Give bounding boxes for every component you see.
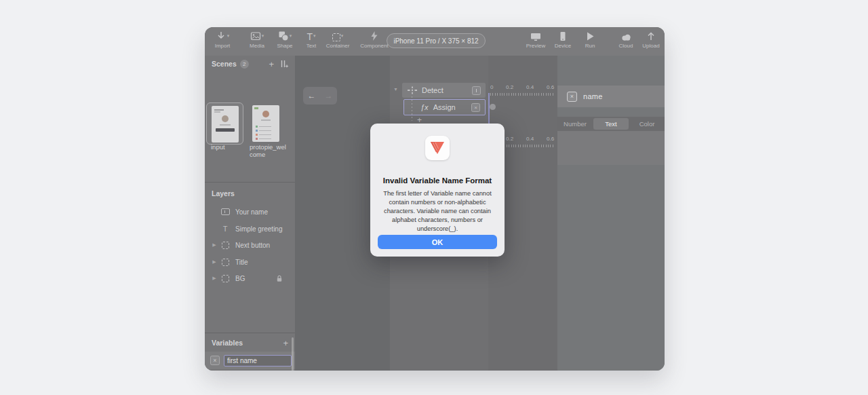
- text-layer-icon: T: [223, 225, 228, 233]
- scenes-count-badge: 2: [240, 60, 249, 69]
- layers-header: Layers: [205, 187, 295, 200]
- upload-icon: [646, 31, 656, 41]
- scenes-header: Scenes 2 +: [205, 58, 295, 70]
- shape-icon: [278, 31, 289, 41]
- assign-keyframe-dot[interactable]: [490, 104, 496, 110]
- layer-row-simple-greeting[interactable]: ▸ T Simple greeting: [205, 221, 295, 237]
- layer-row-title[interactable]: ▶ Title: [205, 254, 295, 270]
- assign-response-row[interactable]: ƒx Assign ×: [403, 99, 486, 115]
- connector-line: [412, 96, 412, 121]
- scene-thumbnail-input[interactable]: [206, 102, 243, 145]
- chevron-down-icon: ▾: [227, 33, 230, 39]
- component-button[interactable]: Component: [359, 31, 390, 49]
- variables-header: Variables +: [205, 337, 295, 349]
- scenes-title: Scenes: [212, 60, 237, 68]
- cloud-icon: [620, 33, 632, 41]
- variable-type-icon: ×: [210, 356, 220, 365]
- layer-row-bg[interactable]: ▶ BG: [205, 270, 295, 286]
- scene-list-view-icon[interactable]: [281, 60, 288, 68]
- text-icon: T: [307, 32, 313, 41]
- variable-name-value[interactable]: name: [583, 92, 603, 100]
- target-layer-badge: [472, 86, 481, 95]
- chevron-down-icon: ▾: [313, 33, 316, 39]
- variable-detail-block: [557, 131, 665, 165]
- scene-label: input: [211, 144, 249, 151]
- layer-row-next-button[interactable]: ▶ Next button: [205, 237, 295, 253]
- ok-button[interactable]: OK: [378, 235, 497, 249]
- run-button[interactable]: Run: [574, 31, 606, 49]
- variable-row[interactable]: ×: [205, 352, 295, 369]
- protopie-logo: [425, 136, 450, 160]
- invalid-variable-dialog: Invalid Variable Name Format The first l…: [370, 124, 505, 257]
- dialog-title: Invalid Variable Name Format: [370, 176, 505, 185]
- media-button[interactable]: ▾ Media: [241, 31, 273, 49]
- dialog-body: The first letter of Variable name cannot…: [378, 189, 497, 233]
- expand-arrow-icon[interactable]: ▶: [210, 242, 218, 248]
- variables-title: Variables: [212, 339, 243, 347]
- add-scene-button[interactable]: +: [269, 60, 274, 69]
- container-button[interactable]: ▾ Container: [322, 31, 353, 49]
- left-panel: Scenes 2 + input: [205, 56, 295, 371]
- divider: [205, 182, 295, 183]
- toolbar: ▾ Import ▾ Media ▾ Shape T▾ Text ▾: [205, 27, 665, 56]
- media-icon: [250, 31, 261, 41]
- device-icon: [557, 31, 568, 41]
- expand-arrow-icon[interactable]: ▶: [210, 276, 218, 281]
- import-button[interactable]: ▾ Import: [207, 31, 238, 49]
- container-icon: [332, 33, 340, 41]
- add-variable-button[interactable]: +: [283, 339, 288, 347]
- import-icon: [216, 31, 226, 41]
- run-icon: [585, 31, 595, 41]
- scene-thumbnail-protopie-welcome[interactable]: [247, 102, 284, 145]
- chevron-down-icon: ▾: [341, 33, 344, 39]
- container-layer-icon: [222, 242, 229, 249]
- component-icon: [369, 31, 380, 41]
- protopie-studio: ▾ Import ▾ Media ▾ Shape T▾ Text ▾: [0, 0, 868, 395]
- upload-button[interactable]: Upload: [635, 31, 665, 49]
- back-arrow-icon[interactable]: ←: [308, 91, 316, 100]
- chevron-down-icon: ▾: [290, 33, 292, 39]
- collapse-arrow-icon[interactable]: ▼: [393, 87, 398, 92]
- tick-marks: [490, 93, 555, 96]
- layers-title: Layers: [212, 189, 235, 198]
- formula-icon: ƒx: [420, 103, 429, 111]
- container-layer-icon: [222, 275, 229, 282]
- variable-name-input[interactable]: [224, 355, 292, 366]
- forward-arrow-icon[interactable]: →: [325, 91, 333, 100]
- left-panel-scrollbar[interactable]: [292, 337, 294, 371]
- inspector-panel: × name Number Text Color 5 Missing Fonts: [557, 56, 665, 371]
- timeline-ruler[interactable]: 0 0.2 0.4 0.6: [488, 84, 557, 98]
- input-layer-icon: [221, 208, 230, 215]
- variable-type-tabs: Number Text Color: [557, 117, 665, 131]
- scene-preview: [252, 105, 279, 142]
- expand-arrow-icon[interactable]: ▶: [210, 259, 218, 265]
- tab-number[interactable]: Number: [557, 118, 593, 130]
- scene-preview: [212, 106, 239, 143]
- device-selector[interactable]: iPhone 11 Pro / X 375 × 812: [387, 33, 486, 48]
- container-layer-icon: [222, 259, 229, 266]
- lock-icon[interactable]: [276, 275, 283, 282]
- tab-text[interactable]: Text: [593, 118, 629, 130]
- preview-icon: [530, 32, 541, 41]
- detect-icon: [408, 86, 417, 94]
- detect-trigger-row[interactable]: Detect: [402, 83, 486, 98]
- scene-label: protopie_welcome: [250, 144, 288, 159]
- variable-type-icon: ×: [567, 92, 577, 102]
- variable-badge: ×: [471, 103, 480, 112]
- divider: [205, 333, 295, 333]
- variable-name-header: × name: [557, 86, 665, 107]
- scene-nav: ← →: [303, 87, 337, 105]
- tab-color[interactable]: Color: [629, 118, 665, 130]
- layer-row-your-name[interactable]: ▸ Your name: [205, 204, 295, 220]
- chevron-down-icon: ▾: [262, 33, 264, 39]
